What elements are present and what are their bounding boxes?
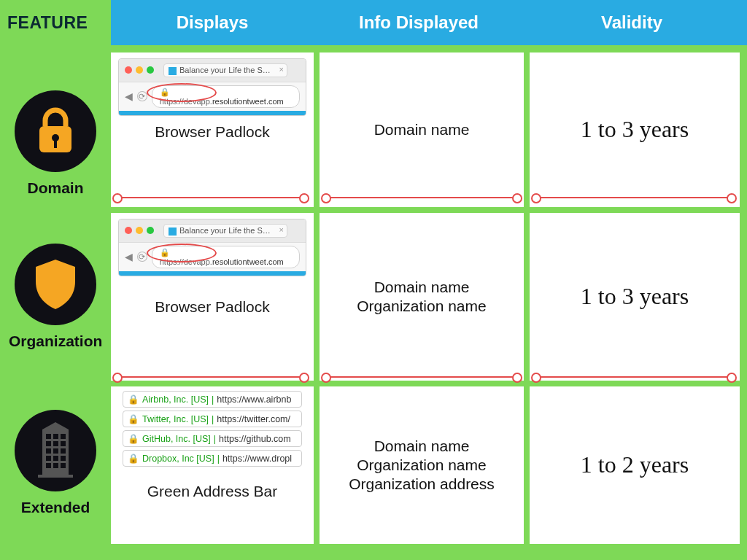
address-bar: 🔒https://devapp.resolutiontweet.com <box>152 246 300 268</box>
browser-tab: Balance your Life the Social ... <box>163 224 287 238</box>
lock-icon: 🔒 <box>128 414 139 424</box>
back-arrow-icon: ◀ <box>125 90 133 102</box>
traffic-light-close-icon <box>125 66 132 74</box>
svg-rect-11 <box>46 448 51 454</box>
reload-icon: ⟳ <box>137 91 147 101</box>
lock-icon: 🔒 <box>160 248 170 257</box>
cell-info-domain: Domain name <box>320 52 524 207</box>
cell-displays-domain: Balance your Life the Social ... ◀ ⟳ 🔒ht… <box>111 52 314 207</box>
green-address-bar-list: 🔒Airbnb, Inc. [US]|https://www.airbnb 🔒T… <box>123 391 302 467</box>
building-icon <box>15 410 96 491</box>
feature-label-organization: Organization <box>9 332 102 350</box>
feature-header: FEATURE <box>7 13 88 33</box>
svg-rect-12 <box>53 448 58 454</box>
cell-validity-organization: 1 to 3 years <box>530 213 740 381</box>
svg-rect-18 <box>53 463 58 468</box>
column-header-bar: Displays Info Displayed Validity <box>111 0 747 45</box>
svg-rect-20 <box>38 475 73 478</box>
reload-icon: ⟳ <box>137 252 147 262</box>
back-arrow-icon: ◀ <box>125 251 133 262</box>
row-divider <box>117 197 305 198</box>
feature-label-domain: Domain <box>9 179 102 197</box>
svg-rect-7 <box>61 434 66 439</box>
cell-validity-domain: 1 to 3 years <box>530 52 740 207</box>
traffic-light-max-icon <box>147 227 154 234</box>
col-header-info: Info Displayed <box>314 0 524 45</box>
cell-info-organization: Domain name Organization name <box>320 213 524 381</box>
padlock-icon <box>15 90 96 172</box>
shield-icon <box>15 244 96 325</box>
lock-icon: 🔒 <box>128 394 139 405</box>
displays-caption: Browser Padlock <box>111 298 314 316</box>
svg-rect-10 <box>61 441 66 446</box>
displays-caption: Green Address Bar <box>111 483 314 500</box>
lock-icon: 🔒 <box>128 434 139 444</box>
svg-rect-5 <box>46 434 51 439</box>
info-line: Domain name <box>374 438 470 455</box>
svg-marker-4 <box>42 422 69 429</box>
col-header-validity: Validity <box>524 0 740 45</box>
traffic-light-min-icon <box>136 66 143 74</box>
svg-rect-6 <box>53 434 58 439</box>
info-line: Domain name <box>374 279 470 296</box>
svg-rect-17 <box>46 463 51 468</box>
row-divider <box>117 376 305 378</box>
cell-validity-extended: 1 to 2 years <box>530 386 740 544</box>
traffic-light-min-icon <box>136 227 143 234</box>
browser-padlock-illustration: Balance your Life the Social ... ◀ ⟳ 🔒ht… <box>118 58 306 116</box>
svg-rect-15 <box>53 456 58 461</box>
info-line: Organization name <box>357 298 486 315</box>
svg-rect-8 <box>46 441 51 446</box>
ev-row: 🔒GitHub, Inc. [US]|https://github.com <box>123 430 302 447</box>
col-header-displays: Displays <box>111 0 314 45</box>
info-line: Organization name <box>357 456 486 474</box>
feature-extended: Extended <box>9 410 102 516</box>
traffic-light-max-icon <box>147 66 154 74</box>
feature-organization: Organization <box>9 244 102 350</box>
lock-icon: 🔒 <box>160 88 170 96</box>
traffic-light-close-icon <box>125 227 132 234</box>
svg-rect-13 <box>61 448 66 454</box>
row-divider <box>535 376 732 378</box>
validity-text: 1 to 3 years <box>581 281 689 312</box>
address-bar: 🔒https://devapp.resolutiontweet.com <box>152 85 300 108</box>
validity-text: 1 to 2 years <box>581 449 689 481</box>
info-line: Organization address <box>349 475 495 493</box>
svg-rect-9 <box>53 441 58 446</box>
browser-padlock-illustration: Balance your Life the Social ... ◀ ⟳ 🔒ht… <box>118 219 306 276</box>
feature-label-extended: Extended <box>9 499 102 516</box>
validity-text: 1 to 3 years <box>581 114 689 145</box>
ev-row: 🔒Twitter, Inc. [US]|https://twitter.com/ <box>123 411 302 427</box>
cell-displays-extended: 🔒Airbnb, Inc. [US]|https://www.airbnb 🔒T… <box>111 386 314 544</box>
svg-rect-14 <box>46 456 51 461</box>
cell-displays-organization: Balance your Life the Social ... ◀ ⟳ 🔒ht… <box>111 213 314 381</box>
svg-rect-16 <box>61 456 66 461</box>
displays-caption: Browser Padlock <box>111 123 314 141</box>
cell-info-extended: Domain name Organization name Organizati… <box>320 386 524 544</box>
row-divider <box>535 197 732 198</box>
row-divider <box>325 376 518 378</box>
lock-icon: 🔒 <box>128 454 139 464</box>
info-line: Domain name <box>374 121 470 139</box>
svg-rect-2 <box>54 139 57 148</box>
browser-tab: Balance your Life the Social ... <box>163 63 287 77</box>
svg-rect-19 <box>61 463 66 468</box>
row-divider <box>325 197 518 198</box>
feature-domain: Domain <box>9 90 102 197</box>
ev-row: 🔒Airbnb, Inc. [US]|https://www.airbnb <box>123 391 302 408</box>
ev-row: 🔒Dropbox, Inc [US]|https://www.dropl <box>123 450 302 467</box>
